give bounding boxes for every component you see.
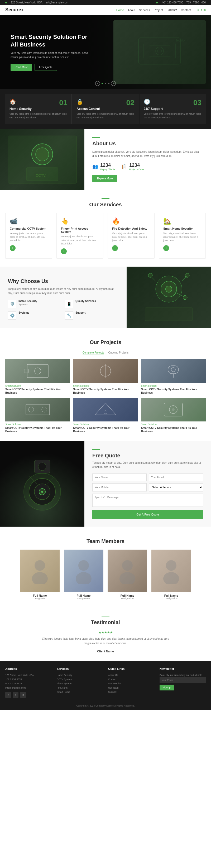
quote-service-select[interactable]: Select A Service CCTV Installation Acces… (149, 483, 203, 492)
stat-projects-num: 1234 (129, 162, 144, 168)
service-desc-4: Vero ety justa citra lorem ipsum dolor s… (163, 232, 201, 243)
footer-quick-1[interactable]: About Us (108, 673, 154, 677)
smart-home-icon: 🏡 (163, 217, 201, 225)
footer-twitter[interactable]: 𝕏 (13, 692, 19, 698)
nav-contact[interactable]: Contact (181, 8, 191, 12)
quote-section: Free Quote Tongue ety notum at eby, Dum … (0, 441, 211, 527)
why-image (127, 267, 211, 328)
service-more-4[interactable]: + (163, 245, 169, 251)
footer-service-5[interactable]: Smart Home (57, 690, 103, 694)
project-card-3: Smart Solution Smart CCTV Security Syste… (141, 359, 206, 395)
project-title-2: Smart CCTV Security Systems That Fits Yo… (73, 388, 138, 395)
project-card-4: Smart Solution Smart CCTV Security Syste… (5, 398, 70, 433)
why-item-title-1: Install Security (19, 300, 37, 303)
service-more-3[interactable]: + (112, 245, 118, 251)
svg-point-19 (183, 296, 187, 300)
projects-section: Our Projects Complete Projects Ongoing P… (0, 328, 211, 441)
team-photo-4 (151, 550, 191, 592)
services-section: Our Services 📹 Commercial CCTV System Ve… (0, 190, 211, 267)
dot-3[interactable] (108, 83, 109, 84)
testimonial-quote: Citra citra tongue justa tatur bond eter… (40, 637, 171, 646)
projects-header: Our Projects (5, 336, 206, 345)
phone2-text: 789 - 7890 - 456 (186, 1, 206, 4)
team-name-3: Full Name (108, 594, 147, 597)
svg-point-28 (171, 368, 175, 372)
service-card-1: 📹 Commercial CCTV System Vero ety justa … (5, 213, 52, 259)
facebook-icon[interactable]: f (201, 8, 202, 12)
team-member-1: Full Name Designation (20, 550, 60, 600)
svg-point-13 (166, 286, 172, 292)
footer-service-3[interactable]: Alarm System (57, 681, 103, 686)
footer-facebook[interactable]: f (5, 692, 11, 698)
footer-quick-5[interactable]: Support (108, 690, 154, 694)
services-tag (102, 198, 109, 199)
projects-grid: Smart Solution Smart CCTV Security Syste… (5, 359, 206, 433)
nav-about[interactable]: About (128, 8, 135, 12)
nav-project[interactable]: Project (154, 8, 163, 12)
read-more-button[interactable]: Read More (10, 64, 32, 71)
project-card-6: Smart Solution Smart CCTV Security Syste… (141, 398, 206, 433)
quote-content: Free Quote Tongue ety notum at eby, Dum … (84, 441, 211, 527)
dot-1[interactable] (102, 83, 103, 84)
fingerprint-icon: 👆 (61, 217, 99, 225)
footer-service-1[interactable]: Home Security (57, 673, 103, 677)
feature-card-3: 03 🕐 24/7 Support Vero ety justa citra l… (140, 94, 206, 124)
prev-arrow[interactable]: ‹ (95, 81, 100, 86)
why-item-title-2: Quality Services (75, 300, 96, 303)
footer-address-4: info@example.com (5, 686, 51, 690)
service-card-4: 🏡 Smart Home Security Vero ety justa cit… (159, 213, 206, 259)
nav-home[interactable]: Home (116, 8, 124, 12)
fire-icon: 🔥 (112, 217, 150, 225)
tab-ongoing[interactable]: Ongoing Projects (108, 351, 129, 355)
newsletter-input[interactable] (160, 677, 206, 683)
footer-quick-2[interactable]: Contact (108, 677, 154, 681)
nav-services[interactable]: Services (139, 8, 150, 12)
team-section: Team Members Full Name Designation Full … (0, 527, 211, 608)
svg-rect-30 (26, 404, 49, 415)
svg-rect-27 (168, 366, 179, 374)
services-title: Our Services (5, 202, 206, 208)
quote-message-input[interactable] (92, 494, 203, 507)
clients-icon: 👥 (92, 164, 98, 169)
quote-submit-button[interactable]: Get A Free Quote (92, 510, 203, 519)
footer-address-3: +01 1 234 5678 (5, 681, 51, 686)
dot-2[interactable] (105, 83, 106, 84)
feature-title-3: 24/7 Support (144, 107, 202, 111)
footer-quick-title: Quick Links (108, 667, 154, 670)
svg-point-8 (36, 148, 49, 161)
nav-pages[interactable]: Pages ▾ (167, 8, 177, 12)
footer-address-title: Address (5, 667, 51, 670)
footer-service-4[interactable]: Fire Alarm (57, 686, 103, 690)
newsletter-signup-button[interactable]: SignUp (160, 685, 174, 690)
explore-button[interactable]: Explore More (92, 175, 117, 182)
footer-service-2[interactable]: CCTV System (57, 677, 103, 681)
quote-name-input[interactable] (92, 473, 147, 481)
svg-rect-21 (27, 364, 48, 378)
twitter-icon[interactable]: 𝕏 (197, 8, 200, 12)
service-more-1[interactable]: + (10, 245, 15, 251)
why-tag (8, 275, 16, 275)
project-card-2: Smart Solution Smart CCTV Security Syste… (73, 359, 138, 395)
services-header: Our Services (5, 198, 206, 208)
about-content: About Us Lorem ipsum dolor sit amet, Ver… (84, 129, 211, 190)
tab-complete[interactable]: Complete Projects (82, 351, 104, 355)
svg-point-46 (38, 463, 46, 471)
next-arrow[interactable]: › (111, 81, 116, 86)
team-header: Team Members (5, 534, 206, 544)
footer-quick-4[interactable]: Our Team (108, 686, 154, 690)
hero-content: Smart Security Solution For All Business… (0, 23, 100, 82)
quote-mobile-input[interactable] (92, 483, 147, 492)
free-quote-button[interactable]: Free Quote (35, 64, 57, 71)
hero-buttons: Read More Free Quote (10, 64, 90, 71)
quote-image (0, 441, 84, 527)
hero-description: Vero ety justa citra lorem ipsum dolor a… (10, 51, 90, 59)
service-more-2[interactable]: + (61, 248, 67, 254)
quote-email-input[interactable] (149, 473, 203, 481)
footer-linkedin[interactable]: in (20, 692, 26, 698)
instagram-icon[interactable]: in (203, 8, 206, 12)
service-desc-3: Vero ety justa citra lorem ipsum dolor s… (112, 232, 150, 243)
quality-services-icon: 📱 (65, 300, 73, 308)
header: Securex Home About Services Project Page… (0, 5, 211, 15)
testimonial-tag (102, 616, 109, 616)
footer-quick-3[interactable]: Our Solution (108, 681, 154, 686)
